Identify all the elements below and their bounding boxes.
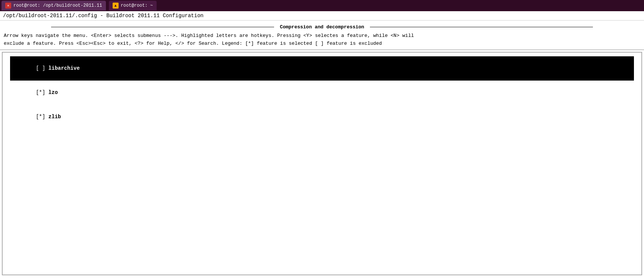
help-title: Compression and decompression <box>4 23 640 32</box>
menu-item-libarchive[interactable]: [ ] libarchive <box>10 56 634 81</box>
tab-root[interactable]: ▲ root@root: ~ <box>109 1 157 10</box>
tab-label-root: root@root: ~ <box>121 3 153 8</box>
menu-item-prefix-zlib: [*] <box>36 114 48 120</box>
path-text: /opt/buildroot-2011.11/.config - Buildro… <box>3 13 204 19</box>
help-section: Compression and decompression Arrow keys… <box>0 21 644 50</box>
tab-label-buildroot: root@root: /opt/buildroot-2011.11 <box>13 3 102 8</box>
menu-item-lzo[interactable]: [*] lzo <box>10 81 634 105</box>
help-title-text: Compression and decompression <box>280 24 364 30</box>
menu-item-prefix-libarchive: [ ] <box>36 65 48 71</box>
terminal-area: /opt/buildroot-2011.11/.config - Buildro… <box>0 11 644 279</box>
menu-item-prefix-lzo: [*] <box>36 90 48 95</box>
menu-item-label-zlib: zlib <box>48 114 61 120</box>
help-line2: exclude a feature. Press <Esc><Esc> to e… <box>4 40 640 48</box>
menu-area[interactable]: [ ] libarchive [*] lzo [*] zlib <box>2 52 642 275</box>
menu-item-label-lzo: lzo <box>48 90 58 95</box>
tab-buildroot[interactable]: ✕ root@root: /opt/buildroot-2011.11 <box>1 1 106 10</box>
path-bar: /opt/buildroot-2011.11/.config - Buildro… <box>0 11 644 21</box>
tab-warning-icon: ▲ <box>113 3 119 9</box>
menu-item-zlib[interactable]: [*] zlib <box>10 105 634 129</box>
menu-item-label-libarchive: libarchive <box>48 65 80 71</box>
title-bar: ✕ root@root: /opt/buildroot-2011.11 ▲ ro… <box>0 0 644 11</box>
config-area: Compression and decompression Arrow keys… <box>0 21 644 277</box>
help-line1: Arrow keys navigate the menu. <Enter> se… <box>4 32 640 40</box>
tab-close-icon[interactable]: ✕ <box>5 3 11 9</box>
